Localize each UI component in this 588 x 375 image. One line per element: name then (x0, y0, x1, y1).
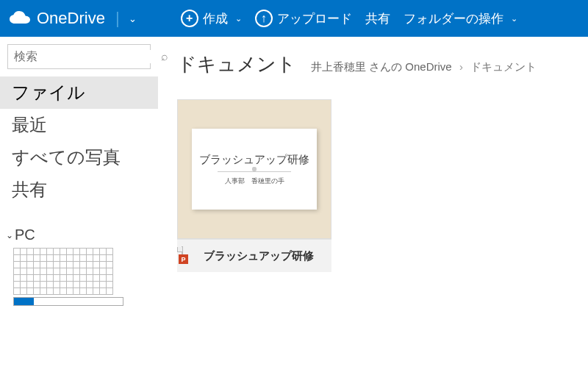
file-grid: ブラッシュアップ研修 人事部 香穂里の手 P ブラッシュアップ研修 (177, 99, 569, 272)
breadcrumb-current: ドキュメント (470, 60, 537, 73)
sidebar-item-files[interactable]: ファイル (0, 76, 158, 109)
main-area: ⌕ ファイル 最近 すべての写真 共有 ⌄ PC (0, 37, 588, 375)
chevron-down-icon: ⌄ (235, 14, 242, 24)
search-wrap: ⌕ (0, 37, 158, 76)
slide-preview: ブラッシュアップ研修 人事部 香穂里の手 (192, 129, 317, 210)
storage-usage-fill (14, 298, 34, 305)
upload-label: アップロード (277, 10, 352, 27)
storage-usage-bar (13, 297, 123, 306)
breadcrumb-separator: › (459, 60, 463, 73)
brand[interactable]: OneDrive | ⌄ (7, 9, 144, 28)
pc-label: PC (15, 226, 35, 243)
app-header: OneDrive | ⌄ + 作成 ⌄ ↑ アップロード 共有 フォルダーの操作… (0, 0, 588, 37)
slide-divider (218, 171, 291, 172)
sidebar-item-all-photos[interactable]: すべての写真 (0, 141, 158, 174)
file-label-row: P ブラッシュアップ研修 (177, 239, 331, 272)
folder-ops-label: フォルダーの操作 (404, 10, 503, 27)
file-tile[interactable]: ブラッシュアップ研修 人事部 香穂里の手 P ブラッシュアップ研修 (177, 99, 331, 272)
folder-ops-button[interactable]: フォルダーの操作 ⌄ (404, 10, 517, 27)
powerpoint-icon: P (182, 247, 198, 265)
file-thumbnail: ブラッシュアップ研修 人事部 香穂里の手 (177, 99, 331, 239)
chevron-down-icon: ⌄ (6, 230, 13, 240)
page-head: ドキュメント 井上香穂里 さんの OneDrive › ドキュメント (177, 51, 569, 77)
upload-button[interactable]: ↑ アップロード (255, 10, 352, 27)
brand-chevron-down-icon[interactable]: ⌄ (129, 13, 137, 24)
breadcrumb-owner[interactable]: 井上香穂里 さんの OneDrive (311, 60, 452, 73)
page-title: ドキュメント (177, 51, 296, 77)
sidebar-item-recent[interactable]: 最近 (0, 109, 158, 141)
slide-subtitle: 人事部 香穂里の手 (225, 176, 284, 186)
breadcrumb: 井上香穂里 さんの OneDrive › ドキュメント (311, 60, 537, 74)
slide-title: ブラッシュアップ研修 (199, 153, 309, 167)
sidebar: ⌕ ファイル 最近 すべての写真 共有 ⌄ PC (0, 37, 158, 375)
storage-grid-icon (13, 248, 152, 294)
chevron-down-icon: ⌄ (511, 14, 517, 24)
content-area: ドキュメント 井上香穂里 さんの OneDrive › ドキュメント ブラッシュ… (158, 37, 588, 375)
toolbar: + 作成 ⌄ ↑ アップロード 共有 フォルダーの操作 ⌄ (181, 10, 517, 27)
file-name: ブラッシュアップ研修 (204, 249, 314, 263)
brand-name: OneDrive (37, 9, 105, 28)
share-button[interactable]: 共有 (365, 10, 390, 27)
create-button[interactable]: + 作成 ⌄ (181, 10, 242, 27)
onedrive-cloud-icon (7, 10, 32, 26)
sidebar-nav: ファイル 最近 すべての写真 共有 (0, 76, 158, 206)
sidebar-item-shared[interactable]: 共有 (0, 174, 158, 206)
share-label: 共有 (365, 10, 390, 27)
search-box[interactable]: ⌕ (7, 44, 151, 69)
create-label: 作成 (203, 10, 228, 27)
pc-section-header[interactable]: ⌄ PC (6, 226, 152, 243)
search-input[interactable] (14, 50, 161, 63)
upload-icon: ↑ (255, 10, 273, 27)
plus-icon: + (181, 10, 198, 27)
pc-section: ⌄ PC (0, 226, 158, 306)
brand-separator: | (115, 9, 120, 28)
